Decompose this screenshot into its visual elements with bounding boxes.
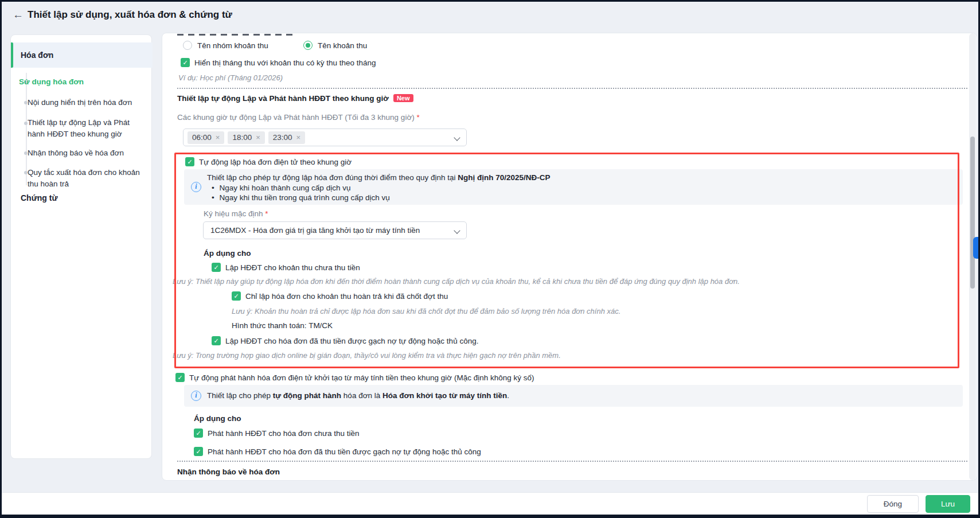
checkbox-label: Tự động lập hóa đơn điện tử theo khung g… (199, 157, 352, 167)
checkbox-tu-dong-lap-hddt[interactable]: ✓ Tự động lập hóa đơn điện tử theo khung… (185, 157, 352, 167)
checkbox-checked-icon[interactable]: ✓ (181, 58, 190, 67)
timeframes-label-text: Các khung giờ tự động Lập và Phát hành H… (177, 113, 416, 122)
back-arrow-icon[interactable]: ← (13, 9, 24, 21)
schedule-section-heading: Thiết lập tự động Lập và Phát hành HĐĐT … (177, 94, 413, 103)
info-text: Thiết lập cho phép (207, 391, 273, 400)
info-line: Thiết lập cho phép tự động lập hóa đơn đ… (207, 173, 550, 182)
checkbox-label: Phát hành HĐĐT cho hóa đơn chưa thu tiền (208, 429, 360, 438)
timeframe-value: 18:00 (232, 131, 252, 144)
info-bold-text: Hóa đơn khởi tạo từ máy tính tiền (382, 391, 507, 400)
decree-reference: Nghị định 70/2025/NĐ-CP (458, 173, 550, 182)
checkbox-checked-icon[interactable]: ✓ (232, 291, 241, 301)
info-text: Thiết lập cho phép tự động lập hóa đơn đ… (207, 173, 458, 182)
checkbox-phat-hanh-da-thu-tien[interactable]: ✓ Phát hành HĐĐT cho hóa đơn đã thu tiền… (194, 447, 481, 457)
bullet-text: Ngay khi hoàn thành cung cấp dịch vụ (220, 184, 351, 192)
bullet-icon: • (212, 193, 214, 202)
checkbox-label: Lập HĐĐT cho hóa đơn đã thu tiền được gạ… (225, 336, 478, 346)
timeframe-tag: 18:00 × (228, 131, 264, 144)
checkbox-lap-hddt-da-thu-tien[interactable]: ✓ Lập HĐĐT cho hóa đơn đã thu tiền được … (212, 336, 478, 346)
remove-tag-icon[interactable]: × (296, 131, 301, 144)
timeframes-select[interactable]: 06:00 × 18:00 × 23:00 × (183, 128, 467, 146)
radio-ten-nhom-khoan-thu[interactable]: Tên nhóm khoản thu (183, 41, 268, 50)
close-button[interactable]: Đóng (867, 495, 919, 513)
symbol-label: Ký hiệu mặc định * (204, 209, 268, 218)
checkbox-label: Phát hành HĐĐT cho hóa đơn đã thu tiền đ… (208, 447, 481, 457)
sidebar-active-accent-bar (11, 42, 13, 68)
checkbox-checked-icon[interactable]: ✓ (194, 429, 203, 438)
window-frame: ← Thiết lập sử dụng, xuất hóa đơn & chứn… (0, 0, 980, 518)
sidebar-item-nhan-thong-bao[interactable]: Nhận thông báo về hóa đơn (28, 147, 148, 159)
radio-ten-khoan-thu[interactable]: Tên khoản thu (303, 41, 367, 50)
auto-publish-info-box: i Thiết lập cho phép tự động phát hành h… (184, 385, 963, 407)
note-refund: Lưu ý: Khoản thu hoàn trả chỉ được lập h… (232, 307, 948, 316)
page-title: Thiết lập sử dụng, xuất hóa đơn & chứng … (28, 9, 232, 21)
checkbox-label: Tự động phát hành hóa đơn điện tử khởi t… (189, 373, 534, 383)
settings-sidebar: Hóa đơn Sử dụng hóa đơn Nội dung hiển th… (10, 34, 152, 459)
bullet-icon: • (212, 184, 214, 192)
radio-label: Tên nhóm khoản thu (197, 41, 268, 50)
checkbox-lap-hddt-chua-thu-tien[interactable]: ✓ Lập HĐĐT cho khoản thu chưa thu tiền (212, 263, 360, 272)
checkbox-label: Lập HĐĐT cho khoản thu chưa thu tiền (225, 263, 360, 272)
dashed-separator (177, 88, 967, 89)
checkbox-checked-icon[interactable]: ✓ (185, 157, 194, 166)
info-bold-text: tự động phát hành (273, 391, 341, 400)
sidebar-group-invoice-label: Hóa đơn (21, 42, 53, 68)
info-text: hóa đơn là (341, 391, 382, 400)
example-text: Ví dụ: Học phí (Tháng 01/2026) (178, 73, 283, 82)
side-feedback-tab[interactable] (973, 237, 978, 259)
main-settings-panel: Tên nhóm khoản thu Tên khoản thu ✓ Hiển … (162, 33, 977, 481)
checkbox-checked-icon[interactable]: ✓ (212, 336, 221, 345)
checkbox-label: Chỉ lập hóa đơn cho khoản thu hoàn trả k… (245, 291, 448, 301)
app-header: ← Thiết lập sử dụng, xuất hóa đơn & chứn… (2, 2, 978, 30)
timeframe-value: 06:00 (192, 131, 212, 144)
dashed-separator (177, 461, 967, 462)
scrollbar-thumb[interactable] (970, 137, 975, 289)
radio-label: Tên khoản thu (318, 41, 367, 50)
apply-for-label: Áp dụng cho (194, 414, 241, 423)
section-heading-text: Thiết lập tự động Lập và Phát hành HĐĐT … (177, 94, 389, 103)
timeframe-value: 23:00 (273, 131, 292, 144)
symbol-select[interactable]: 1C26MDX - Hóa đơn giá trị gia tăng khởi … (203, 221, 467, 239)
info-icon: i (191, 391, 201, 401)
checkbox-checked-icon[interactable]: ✓ (212, 263, 221, 272)
auto-create-info-box: i Thiết lập cho phép tự động lập hóa đơn… (184, 169, 963, 205)
timeframe-tag: 06:00 × (188, 131, 224, 144)
notifications-section-heading: Nhận thông báo về hóa đơn (177, 468, 280, 476)
sidebar-group-chung-tu[interactable]: Chứng từ (21, 193, 58, 202)
remove-tag-icon[interactable]: × (256, 131, 260, 144)
required-asterisk: * (416, 113, 419, 122)
bullet-text: Ngay khi thu tiền trong quá trình cung c… (220, 193, 390, 202)
sidebar-item-quy-tac-xuat[interactable]: Quy tắc xuất hóa đơn cho khoản thu hoàn … (28, 167, 146, 190)
info-text: . (507, 391, 509, 400)
remove-tag-icon[interactable]: × (216, 131, 220, 144)
checkbox-chi-lap-hoa-don-hoan-tra[interactable]: ✓ Chỉ lập hóa đơn cho khoản thu hoàn trả… (232, 291, 448, 301)
checkbox-checked-icon[interactable]: ✓ (194, 447, 203, 456)
checkbox-hien-thi-thang-thu[interactable]: ✓ Hiển thị tháng thu với khoản thu có kỳ… (181, 58, 376, 68)
note-unpaid: Lưu ý: Thiết lập này giúp tự động lập hó… (173, 277, 958, 286)
clipped-scrolled-text (177, 34, 295, 37)
footer-bar: Đóng Lưu (2, 492, 978, 515)
info-icon: i (191, 182, 201, 192)
settings-page: ← Thiết lập sử dụng, xuất hóa đơn & chứn… (2, 2, 978, 515)
sidebar-tree-line (26, 73, 27, 185)
checkbox-phat-hanh-chua-thu-tien[interactable]: ✓ Phát hành HĐĐT cho hóa đơn chưa thu ti… (194, 429, 360, 438)
chevron-down-icon (454, 227, 460, 233)
save-button[interactable]: Lưu (926, 495, 970, 513)
symbol-label-text: Ký hiệu mặc định (204, 209, 265, 218)
sidebar-item-su-dung-hoa-don[interactable]: Sử dụng hóa đơn (19, 76, 84, 88)
info-bullet: • Ngay khi hoàn thành cung cấp dịch vụ (212, 184, 350, 192)
payment-method-text: Hình thức thanh toán: TM/CK (232, 321, 333, 330)
sidebar-item-thiet-lap-tu-dong[interactable]: Thiết lập tự động Lập và Phát hành HĐĐT … (28, 117, 140, 140)
required-asterisk: * (265, 209, 268, 218)
checkbox-label: Hiển thị tháng thu với khoản thu có kỳ t… (194, 58, 376, 68)
chevron-down-icon (454, 134, 460, 141)
timeframe-tag: 23:00 × (268, 131, 305, 144)
sidebar-group-invoice[interactable]: Hóa đơn (11, 42, 153, 68)
radio-icon-unchecked[interactable] (183, 41, 192, 50)
checkbox-tu-dong-phat-hanh[interactable]: ✓ Tự động phát hành hóa đơn điện tử khởi… (175, 373, 534, 383)
info-line: Thiết lập cho phép tự động phát hành hóa… (207, 391, 509, 400)
info-bullet: • Ngay khi thu tiền trong quá trình cung… (212, 193, 390, 202)
sidebar-item-noi-dung-hien-thi[interactable]: Nội dung hiển thị trên hóa đơn (28, 97, 148, 108)
checkbox-checked-icon[interactable]: ✓ (175, 373, 185, 382)
radio-icon-checked[interactable] (303, 41, 313, 50)
